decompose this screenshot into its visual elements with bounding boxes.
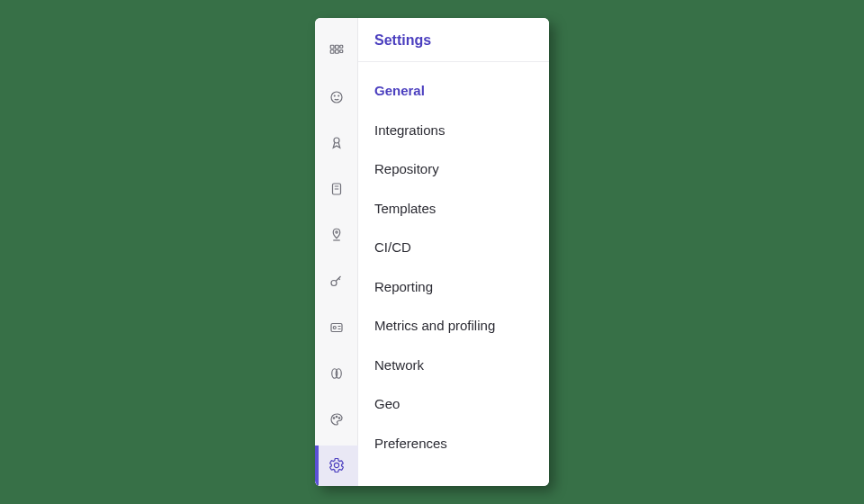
apps-icon bbox=[328, 43, 345, 59]
svg-rect-0 bbox=[330, 45, 334, 49]
svg-point-6 bbox=[331, 92, 342, 103]
flyout-item-integrations[interactable]: Integrations bbox=[358, 111, 549, 150]
iconbar-item-book[interactable] bbox=[315, 169, 358, 210]
flyout-item-general[interactable]: General bbox=[358, 71, 549, 111]
svg-rect-3 bbox=[330, 50, 334, 53]
iconbar-item-pin[interactable] bbox=[315, 215, 358, 256]
svg-rect-4 bbox=[335, 50, 338, 53]
iconbar-item-id[interactable] bbox=[315, 307, 358, 347]
admin-iconbar bbox=[315, 18, 358, 486]
flyout-item-geo[interactable]: Geo bbox=[358, 384, 549, 424]
flyout-item-repository[interactable]: Repository bbox=[358, 149, 549, 189]
palette-icon bbox=[328, 411, 345, 428]
svg-point-19 bbox=[338, 418, 340, 419]
iconbar-item-palette[interactable] bbox=[315, 400, 358, 440]
settings-flyout: Settings General Integrations Repository… bbox=[358, 18, 549, 486]
settings-popover: Settings General Integrations Repository… bbox=[315, 18, 549, 486]
svg-point-18 bbox=[336, 416, 338, 418]
flyout-item-metrics[interactable]: Metrics and profiling bbox=[358, 306, 549, 346]
iconbar-item-settings[interactable] bbox=[315, 446, 358, 486]
key-icon bbox=[328, 274, 345, 290]
svg-point-12 bbox=[331, 280, 337, 285]
award-icon bbox=[328, 135, 345, 151]
face-icon bbox=[328, 89, 345, 105]
flyout-item-templates[interactable]: Templates bbox=[358, 189, 549, 229]
flyout-title: Settings bbox=[358, 18, 549, 62]
gear-icon bbox=[328, 457, 345, 473]
book-icon bbox=[328, 181, 345, 197]
flyout-item-cicd[interactable]: CI/CD bbox=[358, 228, 549, 267]
iconbar-item-award[interactable] bbox=[315, 122, 358, 163]
svg-point-11 bbox=[335, 231, 337, 233]
svg-point-7 bbox=[334, 95, 335, 96]
pin-icon bbox=[328, 227, 345, 243]
svg-point-17 bbox=[333, 418, 335, 419]
iconbar-item-tokens[interactable] bbox=[315, 353, 358, 393]
svg-point-9 bbox=[334, 138, 339, 143]
flyout-item-network[interactable]: Network bbox=[358, 346, 549, 385]
id-card-icon bbox=[328, 320, 345, 336]
flyout-item-reporting[interactable]: Reporting bbox=[358, 267, 549, 307]
svg-point-8 bbox=[338, 95, 338, 96]
svg-point-14 bbox=[333, 326, 336, 328]
flyout-list: General Integrations Repository Template… bbox=[358, 62, 549, 477]
iconbar-item-apps[interactable] bbox=[315, 31, 358, 71]
tokens-icon bbox=[328, 365, 345, 382]
svg-rect-5 bbox=[339, 50, 342, 52]
svg-rect-2 bbox=[339, 45, 342, 48]
iconbar-item-face[interactable] bbox=[315, 76, 358, 117]
iconbar-item-key[interactable] bbox=[315, 261, 358, 302]
svg-rect-1 bbox=[335, 45, 338, 49]
flyout-item-preferences[interactable]: Preferences bbox=[358, 424, 549, 464]
